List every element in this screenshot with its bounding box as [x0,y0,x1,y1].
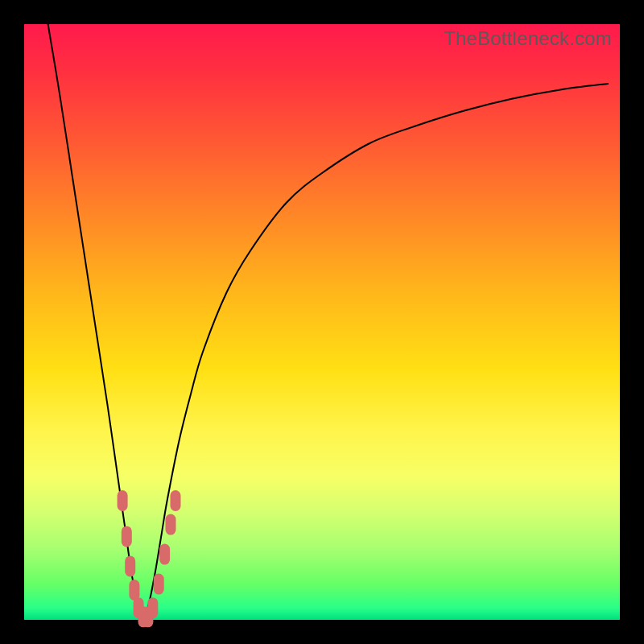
plot-area: TheBottleneck.com [24,24,620,620]
bottleneck-curve [48,24,609,620]
valley-marker [122,526,132,547]
valley-marker [159,544,170,565]
chart-frame: TheBottleneck.com [0,0,644,644]
valley-marker [147,597,158,618]
valley-marker [166,514,176,535]
valley-marker [129,580,139,601]
valley-marker [125,555,135,576]
marker-layer [118,490,181,627]
curve-layer [24,24,620,620]
valley-marker [171,490,181,511]
valley-marker [118,490,128,511]
valley-marker [154,574,164,595]
